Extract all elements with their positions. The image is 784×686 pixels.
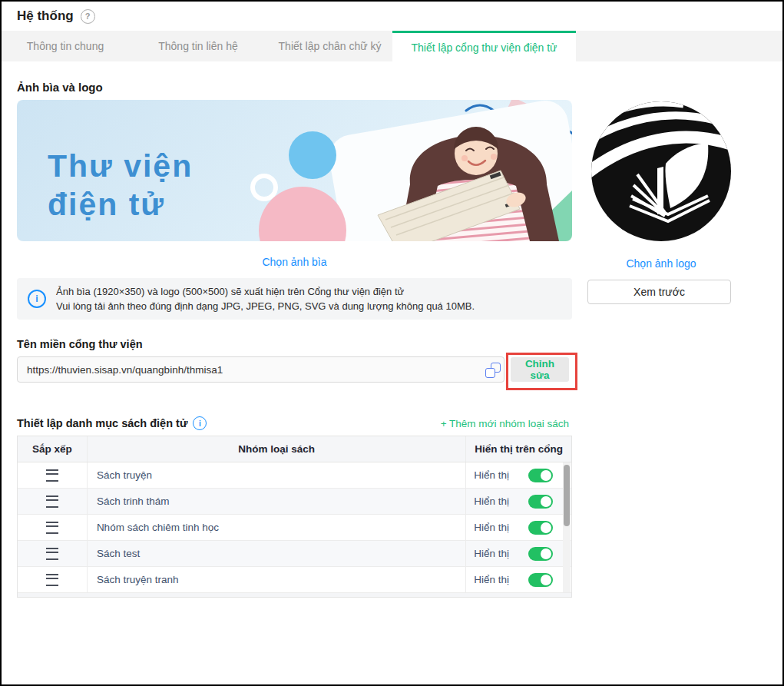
col-header-sort: Sắp xếp (18, 436, 88, 462)
category-heading: Thiết lập danh mục sách điện tử (17, 417, 187, 429)
drag-handle-icon[interactable] (46, 469, 58, 482)
category-name: Sách truyện (88, 462, 466, 488)
drag-handle-icon[interactable] (46, 574, 58, 586)
tab-library-portal-settings[interactable]: Thiết lập cổng thư viện điện tử (392, 31, 576, 61)
visible-label: Hiển thị (474, 495, 509, 507)
partial-next-row (18, 593, 571, 597)
category-name: Sách test (88, 541, 466, 566)
table-row: Sách test Hiển thị (18, 541, 571, 567)
tab-signature-footer[interactable]: Thiết lập chân chữ ký (267, 31, 392, 61)
tab-contact-info[interactable]: Thông tin liên hệ (129, 31, 267, 61)
category-table-header: Sắp xếp Nhóm loại sách Hiển thị trên cổn… (18, 436, 571, 462)
banner-title-line2: điện tử (48, 187, 165, 222)
category-table: Sắp xếp Nhóm loại sách Hiển thị trên cổn… (17, 436, 572, 598)
add-category-link[interactable]: + Thêm mới nhóm loại sách (441, 418, 569, 429)
drag-handle-icon[interactable] (46, 495, 58, 508)
drag-handle-icon[interactable] (46, 522, 58, 534)
portal-url-input[interactable] (17, 356, 504, 383)
system-settings-page: Hệ thống ? Thông tin chung Thông tin liê… (0, 0, 784, 686)
upload-info-box: i Ảnh bìa (1920×350) và logo (500×500) s… (17, 278, 572, 320)
visibility-toggle[interactable] (528, 495, 553, 509)
col-header-name: Nhóm loại sách (88, 436, 466, 462)
choose-logo-link[interactable]: Chọn ảnh logo (591, 257, 731, 270)
portal-logo-image (591, 99, 731, 242)
info-icon: i (28, 290, 46, 308)
table-row: Sách trinh thám Hiển thị (18, 489, 571, 515)
category-info-icon[interactable]: i (193, 416, 207, 430)
visibility-toggle[interactable] (528, 469, 553, 482)
page-title: Hệ thống (17, 8, 74, 24)
upload-info-line2: Vui lòng tải ảnh theo đúng định dạng JPG… (56, 299, 475, 313)
help-icon[interactable]: ? (81, 9, 95, 24)
cover-logo-heading: Ảnh bìa và logo (17, 81, 103, 94)
visibility-toggle[interactable] (528, 521, 553, 535)
domain-heading: Tên miền cổng thư viện (17, 338, 143, 350)
table-row: Sách truyện Hiển thị (18, 462, 571, 489)
scrollbar-thumb[interactable] (564, 465, 570, 526)
banner-illustration: Thư viện điện tử (17, 100, 572, 241)
drag-handle-icon[interactable] (46, 548, 58, 560)
visible-label: Hiển thị (474, 574, 509, 585)
visible-label: Hiển thị (474, 469, 509, 481)
visible-label: Hiển thị (474, 522, 509, 533)
tab-general-info[interactable]: Thông tin chung (2, 31, 129, 61)
table-scrollbar[interactable] (563, 462, 571, 592)
visibility-toggle[interactable] (528, 573, 553, 587)
category-name: Nhóm sách chiêm tinh học (88, 515, 466, 540)
visible-label: Hiển thị (474, 548, 509, 559)
copy-icon[interactable] (485, 363, 501, 378)
table-row: Nhóm sách chiêm tinh học Hiển thị (18, 515, 571, 541)
col-header-visible: Hiển thị trên cổng (466, 436, 571, 462)
upload-info-line1: Ảnh bìa (1920×350) và logo (500×500) sẽ … (56, 284, 475, 299)
tab-bar: Thông tin chung Thông tin liên hệ Thiết … (2, 31, 782, 61)
library-logo-illustration (591, 99, 731, 242)
category-heading-row: Thiết lập danh mục sách điện tử i (17, 416, 207, 430)
visibility-toggle[interactable] (528, 547, 553, 561)
page-header: Hệ thống ? (2, 2, 782, 31)
cover-banner-image: Thư viện điện tử (17, 100, 572, 241)
edit-domain-button[interactable]: Chỉnh sửa (511, 357, 569, 382)
choose-cover-link[interactable]: Chọn ảnh bìa (17, 256, 572, 268)
preview-button[interactable]: Xem trước (587, 280, 731, 304)
category-name: Sách trinh thám (88, 489, 466, 514)
table-row: Sách truyện tranh Hiển thị (18, 567, 571, 593)
banner-title-line1: Thư viện (48, 148, 193, 184)
upload-info-text: Ảnh bìa (1920×350) và logo (500×500) sẽ … (56, 284, 475, 313)
category-name: Sách truyện tranh (88, 567, 466, 592)
